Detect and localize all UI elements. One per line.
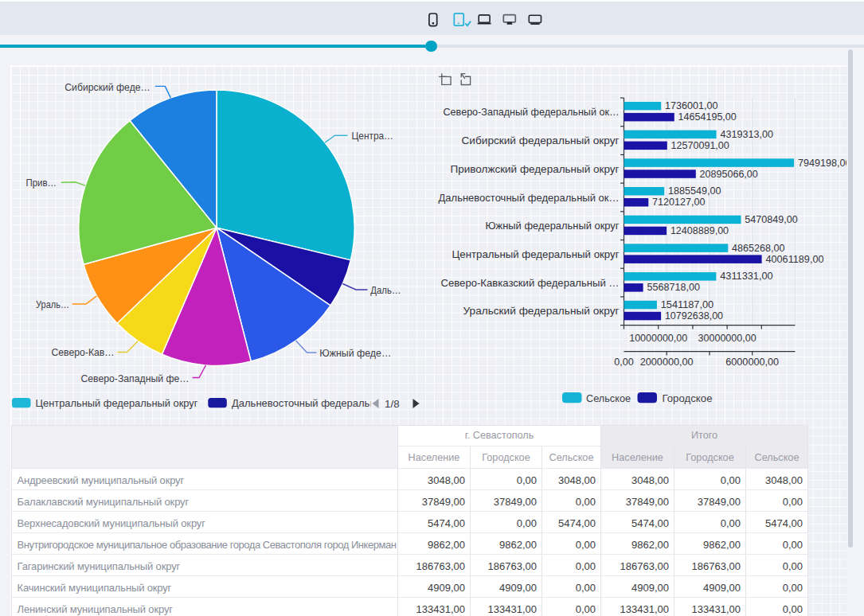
svg-text:5568718,00: 5568718,00 (647, 282, 700, 293)
svg-text:1/8: 1/8 (385, 398, 400, 410)
svg-text:Сельское: Сельское (586, 392, 631, 404)
svg-text:4311331,00: 4311331,00 (720, 271, 773, 282)
svg-text:7120127,00: 7120127,00 (652, 197, 706, 208)
svg-text:14654195,00: 14654195,00 (678, 111, 737, 123)
svg-text:1541187,00: 1541187,00 (661, 299, 714, 310)
svg-text:Даль…: Даль… (370, 284, 401, 296)
svg-text:Южный федеральный округ: Южный федеральный округ (486, 220, 620, 232)
svg-text:2000000,00: 2000000,00 (640, 357, 694, 368)
svg-text:Северо-Кав…: Северо-Кав… (52, 346, 115, 358)
svg-text:Южный феде…: Южный феде… (319, 347, 391, 359)
svg-text:7949198,00: 7949198,00 (798, 158, 846, 169)
svg-text:0,00: 0,00 (614, 357, 634, 368)
svg-text:4865268,00: 4865268,00 (732, 243, 785, 254)
svg-text:1736001,00: 1736001,00 (665, 100, 718, 111)
svg-text:Центра…: Центра… (352, 130, 394, 142)
svg-text:5470849,00: 5470849,00 (745, 214, 798, 225)
svg-text:6000000,00: 6000000,00 (725, 357, 779, 368)
svg-text:Сибирский федеральный округ: Сибирский федеральный округ (462, 135, 620, 146)
svg-text:Северо-Западный фе…: Северо-Западный фе… (81, 372, 190, 384)
svg-text:Центральный федеральный округ: Центральный федеральный округ (36, 397, 198, 409)
svg-text:Дальневосточный федеральный ок: Дальневосточный федеральный ок… (439, 193, 620, 204)
svg-text:30000000,00: 30000000,00 (698, 333, 756, 344)
svg-text:Прив…: Прив… (26, 177, 57, 189)
svg-text:Сибирский феде…: Сибирский феде… (65, 81, 151, 93)
svg-text:20895066,00: 20895066,00 (700, 169, 758, 180)
svg-text:Ураль…: Ураль… (36, 298, 69, 310)
svg-text:12570091,00: 12570091,00 (671, 140, 729, 151)
svg-text:Центральный федеральный округ: Центральный федеральный округ (452, 249, 620, 260)
svg-text:1885549,00: 1885549,00 (668, 185, 721, 197)
svg-text:Приволжский федеральный округ: Приволжский федеральный округ (451, 164, 620, 175)
svg-text:10000000,00: 10000000,00 (629, 333, 687, 344)
svg-text:Северо-Кавказский федеральный: Северо-Кавказский федеральный … (441, 278, 620, 289)
svg-text:10792638,00: 10792638,00 (665, 310, 723, 322)
svg-text:4319313,00: 4319313,00 (720, 129, 773, 140)
svg-text:Уральский федеральный округ: Уральский федеральный округ (463, 306, 620, 317)
svg-text:Северо-Западный федеральный ок: Северо-Западный федеральный ок… (444, 107, 620, 118)
svg-text:12408889,00: 12408889,00 (670, 225, 729, 236)
svg-text:40061189,00: 40061189,00 (765, 254, 823, 265)
svg-text:Городское: Городское (663, 392, 713, 404)
